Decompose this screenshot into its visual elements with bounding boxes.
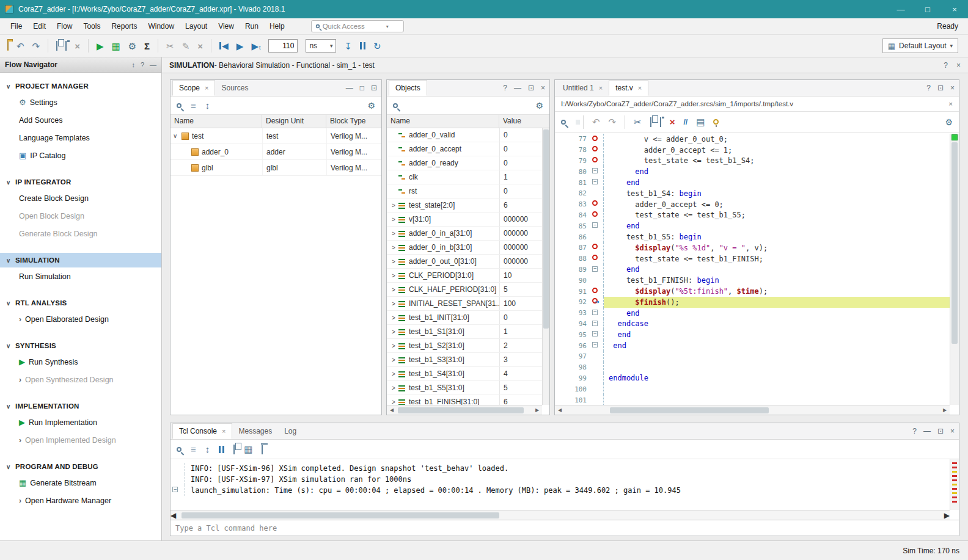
object-row-rst[interactable]: rst0 (387, 184, 549, 198)
close-icon[interactable]: × (956, 61, 961, 70)
search-icon[interactable] (561, 120, 566, 125)
expander-icon[interactable]: > (389, 343, 398, 349)
object-row-adder-0-valid[interactable]: adder_0_valid0 (387, 128, 549, 142)
launch-runs-icon[interactable]: ▦ (111, 42, 120, 51)
gutter[interactable] (590, 210, 604, 221)
fold-icon[interactable] (592, 331, 598, 336)
menu-item-tools[interactable]: Tools (78, 20, 106, 33)
fold-icon[interactable] (592, 310, 598, 315)
copy-icon[interactable] (56, 42, 57, 50)
gutter[interactable] (590, 395, 604, 405)
nav-item-add-sources[interactable]: Add Sources (0, 111, 161, 129)
column-block-type[interactable]: Block Type (326, 115, 381, 128)
tab-untitled-1[interactable]: Untitled 1 × (557, 80, 609, 96)
nav-item-open-synthesized-design[interactable]: ›Open Synthesized Design (0, 371, 161, 388)
menu-item-flow[interactable]: Flow (51, 20, 78, 33)
close-panel-icon[interactable]: × (950, 427, 955, 435)
tab-test-v[interactable]: test.v × (609, 80, 648, 96)
object-row-adder-0-in-b-31-0[interactable]: >adder_0_in_b[31:0]000000 (387, 241, 549, 255)
run-icon[interactable]: ▶ (97, 42, 104, 51)
close-icon[interactable]: × (205, 84, 208, 92)
scroll-right-icon[interactable]: ▶ (944, 511, 950, 520)
scroll-right-icon[interactable]: ▶ (532, 407, 542, 413)
code-line-81[interactable]: 81 end (555, 177, 950, 188)
scope-row-test[interactable]: ∨testtestVerilog M... (170, 128, 381, 144)
gutter[interactable] (590, 231, 604, 242)
gutter[interactable] (590, 177, 604, 188)
tab-objects[interactable]: Objects (389, 80, 427, 96)
nav-item-run-implementation[interactable]: ▶Run Implementation (0, 413, 161, 431)
scrollbar-thumb[interactable] (398, 407, 524, 413)
tcl-output[interactable]: INFO: [USF-XSim-96] XSim completed. Desi… (170, 459, 950, 510)
editor-hscrollbar[interactable]: ◀ ▶ (555, 405, 950, 415)
gutter[interactable] (590, 373, 604, 384)
object-row-clk-period-31-0[interactable]: >CLK_PERIOD[31:0]10 (387, 269, 549, 283)
breakpoint-icon[interactable] (592, 255, 598, 260)
gutter[interactable] (590, 156, 604, 167)
scope-row-adder-0[interactable]: adder_0adderVerilog M... (170, 144, 381, 160)
gutter[interactable] (590, 199, 604, 210)
objects-vscrollbar[interactable] (542, 128, 549, 405)
gutter[interactable] (590, 286, 604, 297)
cut-icon[interactable]: ✂ (634, 117, 642, 126)
code-line-92[interactable]: 92→ $finish(); (555, 297, 950, 308)
object-row-adder-0-out-0-31-0[interactable]: >adder_0_out_0[31:0]000000 (387, 255, 549, 269)
collapse-all-icon[interactable]: ≡ (191, 101, 196, 110)
pencil-icon[interactable]: ✎ (182, 42, 190, 51)
redo-icon[interactable]: ↷ (32, 42, 40, 51)
nav-item-open-block-design[interactable]: Open Block Design (0, 207, 161, 225)
nav-section-header-project-manager[interactable]: ∨PROJECT MANAGER (0, 79, 161, 93)
paste-icon[interactable] (65, 42, 67, 50)
nav-section-header-synthesis[interactable]: ∨SYNTHESIS (0, 338, 161, 353)
nav-item-settings[interactable]: ⚙Settings (0, 93, 161, 111)
nav-item-open-elaborated-design[interactable]: ›Open Elaborated Design (0, 310, 161, 328)
nav-section-header-program-and-debug[interactable]: ∨PROGRAM AND DEBUG (0, 459, 161, 474)
float-panel-icon[interactable]: ⊡ (937, 84, 944, 92)
code-line-87[interactable]: 87 $display("%s %1d", "v = ", v); (555, 242, 950, 253)
object-row-adder-0-ready[interactable]: adder_0_ready0 (387, 156, 549, 170)
code-line-91[interactable]: 91 $display("%5t:finish", $time); (555, 286, 950, 297)
undo-icon[interactable]: ↶ (16, 42, 24, 51)
expander-icon[interactable]: > (389, 329, 398, 335)
time-unit-select[interactable]: ns▾ (306, 39, 336, 53)
code-line-97[interactable]: 97 (555, 351, 950, 362)
breakpoint-icon[interactable] (592, 136, 598, 141)
code-line-100[interactable]: 100 (555, 384, 950, 395)
help-icon[interactable]: ? (926, 84, 931, 92)
scope-row-glbl[interactable]: glblglblVerilog M... (170, 160, 381, 176)
sim-step-button[interactable]: ↧ (344, 42, 352, 51)
close-panel-icon[interactable]: × (541, 84, 545, 92)
menu-item-layout[interactable]: Layout (180, 20, 213, 33)
scissors-icon[interactable]: ✂ (166, 42, 174, 51)
tcl-hscrollbar[interactable]: ◀ ▶ (170, 510, 950, 520)
gutter[interactable] (590, 264, 604, 275)
object-row-initial-reset-span-31[interactable]: >INITIAL_RESET_SPAN[31...100 (387, 297, 549, 311)
delete-icon[interactable]: × (670, 117, 675, 126)
float-panel-icon[interactable]: ⊡ (937, 427, 944, 435)
maximize-panel-icon[interactable]: □ (360, 84, 364, 92)
code-line-82[interactable]: 82 test_b1_S4: begin (555, 188, 950, 199)
minimize-panel-icon[interactable]: — (346, 84, 353, 92)
code-line-98[interactable]: 98 (555, 362, 950, 373)
fold-icon[interactable] (592, 342, 598, 347)
code-line-80[interactable]: 80 end (555, 166, 950, 177)
code-line-85[interactable]: 85 end (555, 220, 950, 231)
scrollbar-thumb[interactable] (543, 129, 549, 329)
object-row-test-b1-s1-31-0[interactable]: >test_b1_S1[31:0]1 (387, 325, 549, 339)
expander-icon[interactable]: > (389, 357, 398, 363)
nav-item-create-block-design[interactable]: Create Block Design (0, 189, 161, 207)
gutter[interactable] (590, 242, 604, 253)
gutter[interactable] (590, 145, 604, 156)
expander-icon[interactable]: > (389, 315, 398, 321)
gutter[interactable] (590, 362, 604, 373)
tab-scope[interactable]: Scope × (172, 80, 215, 96)
tab-sources[interactable]: Sources (215, 80, 254, 96)
gutter[interactable] (590, 253, 604, 264)
expander-icon[interactable]: > (389, 371, 398, 377)
sim-run-time-input[interactable] (268, 39, 298, 53)
nav-item-run-synthesis[interactable]: ▶Run Synthesis (0, 353, 161, 371)
fold-icon[interactable] (592, 179, 598, 184)
code-line-95[interactable]: 95 end (555, 329, 950, 340)
nav-item-ip-catalog[interactable]: ▣IP Catalog (0, 147, 161, 164)
scroll-left-icon[interactable]: ◀ (387, 407, 397, 413)
